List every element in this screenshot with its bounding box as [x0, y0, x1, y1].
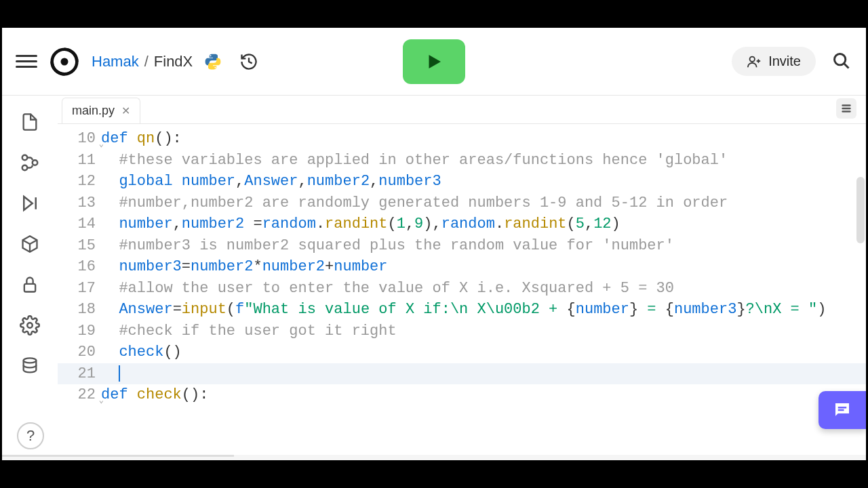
svg-rect-20 [842, 110, 850, 113]
files-icon[interactable] [18, 110, 41, 134]
python-icon[interactable] [202, 51, 224, 73]
status-bar [58, 455, 866, 460]
chat-button[interactable] [818, 391, 866, 429]
svg-rect-22 [838, 409, 844, 411]
editor-area: main.py ✕ 10⌄def qn(): 11 #these variabl… [58, 96, 866, 460]
database-icon[interactable] [18, 354, 41, 378]
svg-rect-15 [24, 284, 35, 292]
sidebar [2, 96, 58, 460]
app-root: Hamak / FindX Invite [2, 28, 866, 460]
search-icon[interactable] [832, 52, 852, 72]
svg-rect-18 [842, 104, 850, 106]
invite-button[interactable]: Invite [732, 47, 816, 76]
svg-point-2 [210, 55, 212, 56]
svg-marker-4 [429, 55, 441, 68]
svg-marker-13 [24, 197, 33, 210]
svg-point-16 [27, 323, 33, 328]
panel-menu-icon[interactable] [836, 98, 856, 119]
svg-point-5 [750, 56, 755, 61]
fold-icon[interactable]: ⌄ [99, 390, 104, 412]
svg-rect-21 [838, 407, 847, 409]
breadcrumb-project[interactable]: FindX [154, 53, 193, 70]
svg-point-17 [24, 358, 37, 363]
invite-icon [747, 54, 762, 69]
help-button[interactable]: ? [17, 422, 44, 449]
breadcrumb-separator: / [144, 53, 149, 70]
close-icon[interactable]: ✕ [121, 104, 130, 117]
svg-point-3 [215, 66, 216, 68]
svg-point-1 [61, 58, 68, 65]
svg-rect-19 [842, 108, 850, 110]
run-button[interactable] [403, 39, 465, 84]
svg-point-11 [33, 160, 38, 165]
history-icon[interactable] [239, 52, 259, 72]
brand-logo[interactable] [50, 47, 79, 77]
breadcrumb: Hamak / FindX [92, 53, 193, 70]
settings-icon[interactable] [18, 314, 41, 337]
code-editor[interactable]: 10⌄def qn(): 11 #these variables are app… [58, 124, 866, 460]
svg-point-8 [835, 54, 846, 64]
workspace: main.py ✕ 10⌄def qn(): 11 #these variabl… [2, 96, 866, 460]
svg-line-9 [844, 63, 849, 68]
tabbar: main.py ✕ [58, 96, 866, 124]
breadcrumb-owner[interactable]: Hamak [92, 53, 139, 70]
version-control-icon[interactable] [18, 151, 41, 174]
svg-point-12 [22, 165, 28, 171]
secrets-icon[interactable] [18, 273, 41, 296]
tab-filename: main.py [72, 104, 115, 118]
debugger-icon[interactable] [18, 192, 41, 215]
text-cursor [119, 365, 120, 382]
menu-icon[interactable] [16, 51, 37, 73]
invite-label: Invite [768, 54, 801, 69]
tab-mainpy[interactable]: main.py ✕ [62, 98, 140, 123]
packages-icon[interactable] [18, 232, 41, 256]
topbar: Hamak / FindX Invite [2, 28, 866, 96]
svg-point-10 [22, 155, 28, 161]
